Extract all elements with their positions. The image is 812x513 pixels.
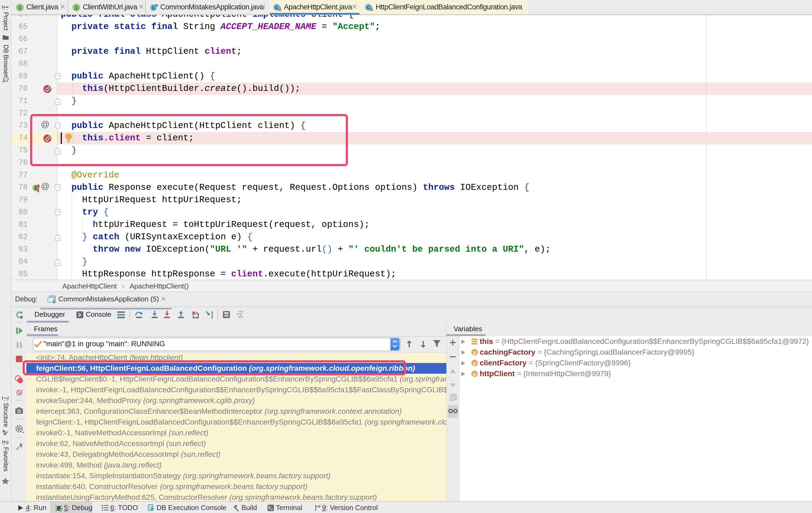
svg-text:C: C — [275, 5, 278, 11]
svg-text:p: p — [473, 371, 476, 377]
svg-text:C: C — [367, 5, 370, 11]
svg-text:I: I — [75, 5, 78, 11]
svg-text:p: p — [473, 360, 476, 366]
svg-text:C: C — [152, 5, 155, 11]
svg-text:p: p — [473, 349, 476, 355]
svg-text:I: I — [18, 5, 21, 11]
